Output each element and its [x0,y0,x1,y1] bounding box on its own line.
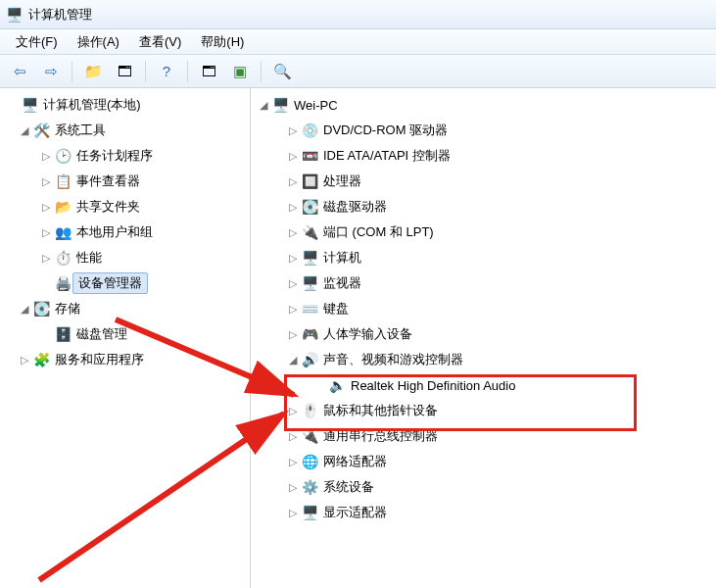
left-tree-pane[interactable]: 🖥️ 计算机管理(本地) ◢ 🛠️ 系统工具 ▷ 🕑 [0,88,251,588]
console-button[interactable]: 🗔 [195,59,222,84]
node-sound[interactable]: ◢ 🔊 声音、视频和游戏控制器 [251,347,716,372]
display-icon: 🖥️ [300,505,319,520]
node-device-manager[interactable]: 🖨️ 设备管理器 [0,270,250,296]
toolbar-separator [145,61,146,82]
node-storage[interactable]: ◢ 💽 存储 [0,296,250,321]
node-event-viewer[interactable]: ▷ 📋 事件查看器 [0,169,250,194]
forward-button[interactable]: ⇨ [37,59,65,84]
run-button[interactable]: ▣ [226,59,254,84]
collapsed-twisty-icon[interactable]: ▷ [286,201,300,214]
disk-icon: 🗄️ [53,326,72,342]
node-label: 存储 [51,298,84,319]
app-icon: 🖥️ [6,7,23,23]
node-disk-management[interactable]: 🗄️ 磁盘管理 [0,321,250,347]
menu-help[interactable]: 帮助(H) [191,30,254,54]
menu-action[interactable]: 操作(A) [68,30,129,54]
node-ide[interactable]: ▷ 📼 IDE ATA/ATAPI 控制器 [251,143,716,169]
node-label: 磁盘管理 [72,323,131,345]
toolbar-separator [187,61,188,82]
expanded-twisty-icon[interactable]: ◢ [18,124,31,137]
clock-icon: 🕑 [53,148,72,164]
collapsed-twisty-icon[interactable]: ▷ [286,124,300,137]
device-manager-icon: 🖨️ [53,275,72,291]
right-tree-pane[interactable]: ◢ 🖥️ Wei-PC ▷ 💿 DVD/CD-ROM 驱动器 ▷ 📼 IDE A… [251,88,716,588]
network-icon: 🌐 [300,454,319,469]
node-local-users[interactable]: ▷ 👥 本地用户和组 [0,220,250,245]
node-hid[interactable]: ▷ 🎮 人体学输入设备 [251,321,716,347]
collapsed-twisty-icon[interactable]: ▷ [286,175,300,188]
ide-icon: 📼 [300,148,319,164]
node-realtek-audio[interactable]: 🔈 Realtek High Definition Audio [251,372,716,398]
up-button[interactable]: 📁 [79,59,107,84]
node-mouse[interactable]: ▷ 🖱️ 鼠标和其他指针设备 [251,398,716,423]
node-task-scheduler[interactable]: ▷ 🕑 任务计划程序 [0,143,250,169]
node-label: 处理器 [319,171,365,192]
node-label: 计算机 [319,247,365,269]
node-computer[interactable]: ▷ 🖥️ 计算机 [251,245,716,270]
users-icon: 👥 [53,224,72,240]
expanded-twisty-icon[interactable]: ◢ [257,99,270,112]
collapsed-twisty-icon[interactable]: ▷ [286,507,300,519]
node-label: 监视器 [319,272,365,294]
node-label: 本地用户和组 [72,221,157,243]
node-disk-drives[interactable]: ▷ 💽 磁盘驱动器 [251,194,716,220]
node-label: 人体学输入设备 [319,323,416,345]
collapsed-twisty-icon[interactable]: ▷ [39,252,53,265]
event-icon: 📋 [53,173,72,189]
node-label: 系统工具 [51,120,110,141]
speaker-icon: 🔈 [327,377,347,393]
node-keyboards[interactable]: ▷ ⌨️ 键盘 [251,296,716,321]
node-system-tools[interactable]: ◢ 🛠️ 系统工具 [0,118,250,143]
title-bar: 🖥️ 计算机管理 [0,0,716,29]
node-label: 显示适配器 [319,502,391,523]
collapsed-twisty-icon[interactable]: ▷ [286,456,300,468]
scan-button[interactable]: 🔍 [268,59,296,84]
collapsed-twisty-icon[interactable]: ▷ [286,277,300,290]
node-services[interactable]: ▷ 🧩 服务和应用程序 [0,347,250,372]
collapsed-twisty-icon[interactable]: ▷ [18,354,31,367]
collapsed-twisty-icon[interactable]: ▷ [286,252,300,265]
node-label: 声音、视频和游戏控制器 [319,349,467,370]
node-pc-root[interactable]: ◢ 🖥️ Wei-PC [251,92,716,118]
expanded-twisty-icon[interactable]: ◢ [18,303,31,316]
node-label: 通用串行总线控制器 [319,425,442,447]
usb-icon: 🔌 [300,428,319,444]
collapsed-twisty-icon[interactable]: ▷ [286,226,300,239]
node-ports[interactable]: ▷ 🔌 端口 (COM 和 LPT) [251,220,716,245]
node-usb[interactable]: ▷ 🔌 通用串行总线控制器 [251,423,716,449]
collapsed-twisty-icon[interactable]: ▷ [286,150,300,163]
collapsed-twisty-icon[interactable]: ▷ [286,430,300,443]
collapsed-twisty-icon[interactable]: ▷ [39,175,53,188]
node-performance[interactable]: ▷ ⏱️ 性能 [0,245,250,270]
collapsed-twisty-icon[interactable]: ▷ [39,226,53,239]
properties-button[interactable]: 🗔 [111,59,138,84]
collapsed-twisty-icon[interactable]: ▷ [286,405,300,417]
tools-icon: 🛠️ [31,122,51,138]
node-display[interactable]: ▷ 🖥️ 显示适配器 [251,500,716,525]
menu-file[interactable]: 文件(F) [6,30,68,54]
expanded-twisty-icon[interactable]: ◢ [286,354,300,367]
system-icon: ⚙️ [300,479,319,495]
back-button[interactable]: ⇦ [6,59,33,84]
node-network[interactable]: ▷ 🌐 网络适配器 [251,449,716,474]
toolbar: ⇦ ⇨ 📁 🗔 ? 🗔 ▣ 🔍 [0,55,716,88]
collapsed-twisty-icon[interactable]: ▷ [286,481,300,494]
node-dvd[interactable]: ▷ 💿 DVD/CD-ROM 驱动器 [251,118,716,143]
collapsed-twisty-icon[interactable]: ▷ [286,303,300,316]
node-system[interactable]: ▷ ⚙️ 系统设备 [251,474,716,500]
node-label: Wei-PC [290,96,342,115]
node-label: 键盘 [319,298,353,319]
collapsed-twisty-icon[interactable]: ▷ [39,201,53,214]
help-button[interactable]: ? [153,59,180,84]
keyboard-icon: ⌨️ [300,301,319,317]
toolbar-separator [261,61,262,82]
cpu-icon: 🔲 [300,173,319,189]
node-processors[interactable]: ▷ 🔲 处理器 [251,169,716,194]
node-computer-management[interactable]: 🖥️ 计算机管理(本地) [0,92,250,118]
collapsed-twisty-icon[interactable]: ▷ [286,328,300,341]
menu-view[interactable]: 查看(V) [129,30,191,54]
node-monitors[interactable]: ▷ 🖥️ 监视器 [251,270,716,296]
mouse-icon: 🖱️ [300,403,319,418]
node-shared-folders[interactable]: ▷ 📂 共享文件夹 [0,194,250,220]
collapsed-twisty-icon[interactable]: ▷ [39,150,53,163]
